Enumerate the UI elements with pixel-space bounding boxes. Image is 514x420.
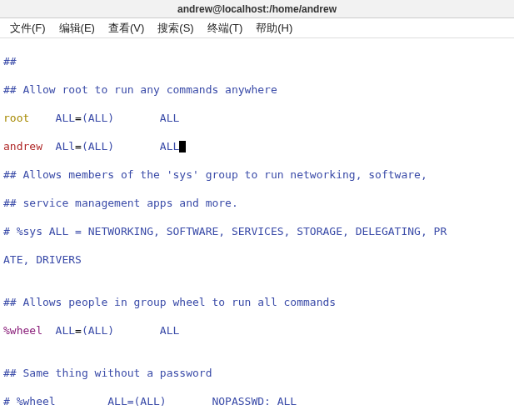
sudoers-group-wheel: %wheel bbox=[3, 324, 42, 337]
text-line: root ALL=(ALL) ALL bbox=[3, 111, 511, 125]
text-line: ATE, DRIVERS bbox=[3, 252, 511, 267]
terminal-content[interactable]: ## ## Allow root to run any commands any… bbox=[0, 38, 514, 420]
window-title: andrew@localhost:/home/andrew bbox=[0, 0, 514, 18]
text-span: ALL bbox=[29, 112, 75, 124]
text-cursor bbox=[179, 141, 186, 152]
equals-sign: = bbox=[75, 140, 82, 152]
text-line: ## bbox=[3, 54, 511, 68]
text-span: (ALL) ALL bbox=[82, 140, 179, 152]
text-line: ## Allow root to run any commands anywhe… bbox=[3, 82, 511, 97]
text-span: ALL bbox=[42, 324, 75, 337]
text-span: (ALL) ALL bbox=[82, 324, 179, 337]
sudoers-user-andrew: andrew bbox=[3, 140, 42, 152]
text-line: # %sys ALL = NETWORKING, SOFTWARE, SERVI… bbox=[3, 224, 511, 238]
menu-edit[interactable]: 编辑(E) bbox=[52, 21, 102, 36]
text-line: %wheel ALL=(ALL) ALL bbox=[3, 323, 511, 338]
text-line: # %wheel ALL=(ALL) NOPASSWD: ALL bbox=[3, 394, 511, 408]
menu-terminal[interactable]: 终端(T) bbox=[201, 21, 250, 36]
text-line: andrew ALl=(ALL) ALL bbox=[3, 139, 511, 153]
text-line: ## Allows people in group wheel to run a… bbox=[3, 295, 511, 309]
text-span: ALl bbox=[42, 140, 75, 152]
equals-sign: = bbox=[75, 112, 82, 124]
text-span: (ALL) ALL bbox=[82, 112, 179, 124]
text-line: ## service management apps and more. bbox=[3, 196, 511, 210]
menubar: 文件(F) 编辑(E) 查看(V) 搜索(S) 终端(T) 帮助(H) bbox=[0, 18, 514, 38]
text-line: ## Allows members of the 'sys' group to … bbox=[3, 168, 511, 182]
sudoers-user-root: root bbox=[3, 112, 29, 124]
menu-file[interactable]: 文件(F) bbox=[3, 21, 52, 36]
text-line: ## Same thing without a password bbox=[3, 366, 511, 380]
menu-view[interactable]: 查看(V) bbox=[102, 21, 151, 36]
equals-sign: = bbox=[75, 324, 82, 337]
menu-help[interactable]: 帮助(H) bbox=[249, 21, 299, 36]
menu-search[interactable]: 搜索(S) bbox=[151, 21, 200, 36]
